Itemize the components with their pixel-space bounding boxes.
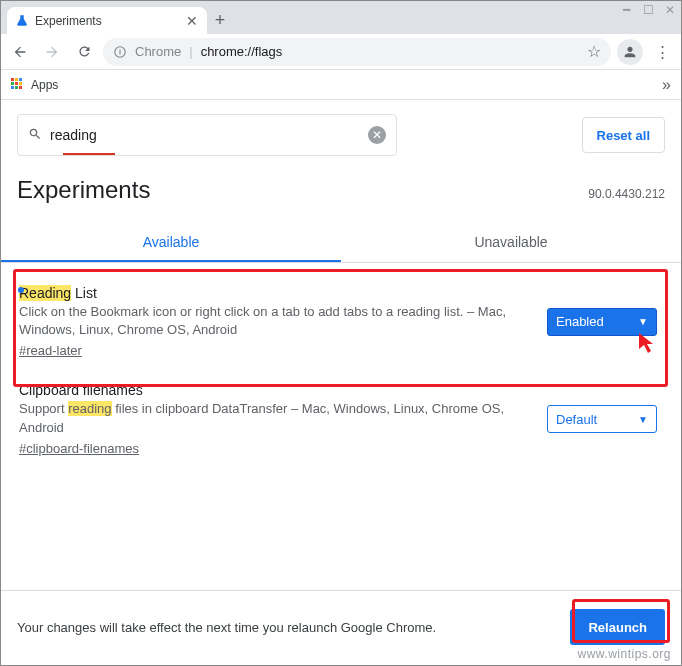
new-tab-button[interactable]: +: [207, 7, 233, 33]
browser-tab[interactable]: Experiments ✕: [7, 7, 207, 34]
page-content: ✕ Reset all Experiments 90.0.4430.212 Av…: [1, 100, 681, 552]
window-titlebar: Experiments ✕ + ━ ☐ ✕: [1, 1, 681, 34]
bookmarks-bar: Apps »: [1, 70, 681, 100]
svg-rect-1: [119, 50, 120, 54]
flag-title: Clipboard filenames: [19, 382, 533, 398]
relaunch-bar: Your changes will take effect the next t…: [1, 590, 681, 645]
address-bar[interactable]: Chrome | chrome://flags ☆: [103, 38, 611, 66]
search-row: ✕ Reset all: [1, 100, 681, 170]
close-window-icon[interactable]: ✕: [659, 1, 681, 19]
flag-item: Clipboard filenames Support reading file…: [11, 372, 671, 469]
overflow-icon[interactable]: »: [662, 76, 671, 94]
flag-hash[interactable]: #clipboard-filenames: [19, 441, 139, 456]
flag-item: Reading List Click on the Bookmark icon …: [11, 275, 671, 372]
flags-search[interactable]: ✕: [17, 114, 397, 156]
flask-icon: [15, 14, 29, 28]
page-header: Experiments 90.0.4430.212: [1, 170, 681, 222]
chevron-down-icon: ▼: [638, 414, 648, 425]
flag-title: Reading List: [19, 285, 533, 301]
close-icon[interactable]: ✕: [185, 14, 199, 28]
minimize-icon[interactable]: ━: [615, 1, 637, 19]
tabs: Available Unavailable: [1, 222, 681, 263]
omnibox-prefix: Chrome: [135, 44, 181, 59]
page-title: Experiments: [17, 176, 150, 204]
relaunch-button[interactable]: Relaunch: [570, 609, 665, 645]
flag-select[interactable]: Default ▼: [547, 405, 657, 433]
flags-list: Reading List Click on the Bookmark icon …: [1, 263, 681, 482]
clear-icon[interactable]: ✕: [368, 126, 386, 144]
back-button[interactable]: [7, 39, 33, 65]
version-text: 90.0.4430.212: [588, 187, 665, 201]
flag-description: Support reading files in clipboard DataT…: [19, 400, 533, 436]
maximize-icon[interactable]: ☐: [637, 1, 659, 19]
tab-unavailable[interactable]: Unavailable: [341, 222, 681, 262]
search-icon: [28, 127, 42, 144]
flag-select[interactable]: Enabled ▼: [547, 308, 657, 336]
reload-button[interactable]: [71, 39, 97, 65]
browser-toolbar: Chrome | chrome://flags ☆ ⋮: [1, 34, 681, 70]
tab-available[interactable]: Available: [1, 222, 341, 262]
flag-hash[interactable]: #read-later: [19, 343, 82, 358]
relaunch-message: Your changes will take effect the next t…: [17, 620, 436, 635]
apps-icon: [11, 78, 25, 92]
reset-all-button[interactable]: Reset all: [582, 117, 665, 153]
flag-description: Click on the Bookmark icon or right clic…: [19, 303, 533, 339]
watermark: www.wintips.org: [577, 647, 671, 661]
forward-button[interactable]: [39, 39, 65, 65]
window-controls: ━ ☐ ✕: [615, 1, 681, 19]
search-input[interactable]: [50, 127, 360, 143]
star-icon[interactable]: ☆: [587, 42, 601, 61]
profile-icon[interactable]: [617, 39, 643, 65]
info-icon: [113, 45, 127, 59]
apps-label: Apps: [31, 78, 58, 92]
menu-icon[interactable]: ⋮: [649, 39, 675, 65]
omnibox-url: chrome://flags: [201, 44, 283, 59]
svg-rect-2: [119, 49, 120, 50]
chevron-down-icon: ▼: [638, 316, 648, 327]
tab-title: Experiments: [35, 14, 179, 28]
apps-shortcut[interactable]: Apps: [11, 78, 58, 92]
